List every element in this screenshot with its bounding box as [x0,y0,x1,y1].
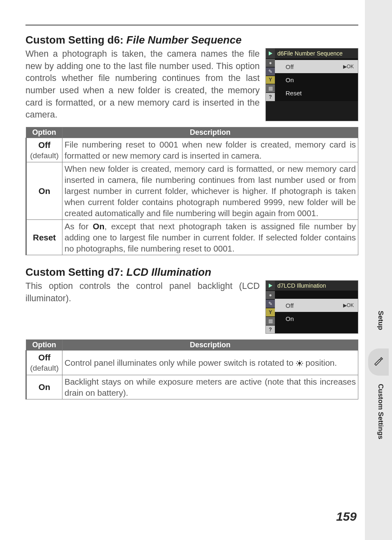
svg-marker-0 [269,51,272,55]
ok-indicator: ▶OK [343,64,354,69]
desc-pre: Control panel illuminates only while pow… [65,358,296,367]
lcd-row-label: On [286,315,294,322]
table-row: Off (default) File numbering reset to 00… [26,138,358,162]
grid-icon: ▦ [266,84,275,92]
lcd-d6-row-off[interactable]: Off ▶OK [275,60,358,73]
grid-icon: ▦ [266,316,275,325]
heading-d6: Custom Setting d6: File Number Sequence [25,34,358,46]
table-row: Off (default) Control panel illuminates … [26,351,358,375]
svg-line-8 [301,365,302,365]
side-tab-custom: Custom Settings [376,384,385,439]
table-row: On Backlight stays on while exposure met… [26,375,358,399]
intro-d6: When a photograph is taken, the camera n… [25,48,260,121]
side-tab-setup: Setup [376,311,385,330]
y-icon: Y [266,76,275,84]
svg-point-2 [298,362,301,365]
svg-line-7 [297,361,298,362]
lcd-d6-row-reset[interactable]: Reset [275,86,358,99]
heading-d7-prefix: Custom Setting d7: [25,266,127,278]
y-icon: Y [266,308,275,316]
svg-line-10 [301,361,302,362]
play-icon [266,281,275,291]
opt-sub: (default) [28,150,60,161]
table-d7: Option Description Off (default) Control… [25,339,358,399]
lamp-icon [296,358,303,363]
heading-d7-italic: LCD Illumination [127,266,212,278]
heading-d7: Custom Setting d7: LCD Illumination [25,266,358,279]
th-description: Description [62,127,358,138]
opt-name: On [28,185,60,196]
desc-post: position. [303,358,337,367]
help-icon: ? [266,325,275,334]
lcd-d7-title: d7LCD Illumination [275,282,358,289]
lcd-d7: d7LCD Illumination ● ✎ Y ▦ ? Off ▶OK [265,280,358,334]
help-icon: ? [266,92,275,101]
opt-name: Reset [28,232,60,243]
opt-sub: (default) [28,363,60,373]
pencil-tab-icon [368,348,389,376]
lcd-row-label: On [286,76,294,83]
th-option: Option [26,340,62,351]
rule-top [25,25,358,25]
svg-marker-1 [269,284,272,288]
desc-bold: On [93,222,104,231]
intro-d7: This option controls the control panel b… [25,280,260,334]
lcd-d6-side: ● ✎ Y ▦ ? [266,58,275,101]
lcd-d6-row-on[interactable]: On [275,73,358,86]
opt-desc: Backlight stays on while exposure meters… [62,375,358,399]
th-description: Description [62,340,358,351]
opt-desc: As for On, except that next photograph t… [62,220,358,255]
page-number: 159 [336,510,357,524]
opt-desc: Control panel illuminates only while pow… [62,351,358,375]
lcd-d7-side: ● ✎ Y ▦ ? [266,291,275,333]
opt-desc: File numbering reset to 0001 when new fo… [62,138,358,162]
ok-indicator: ▶OK [343,302,354,308]
lcd-d6-title: d6File Number Sequence [275,50,358,57]
play-icon [266,48,275,58]
table-d6: Option Description Off (default) File nu… [25,127,358,256]
lcd-d7-row-off[interactable]: Off ▶OK [275,299,358,312]
opt-name: Off [28,352,60,363]
pencil-icon: ✎ [266,67,275,76]
opt-desc: When new folder is created, memory card … [62,162,358,220]
th-option: Option [26,127,62,138]
heading-d6-italic: File Number Sequence [127,34,242,46]
lcd-row-label: Off [286,302,294,309]
lcd-row-label: Off [286,63,294,70]
table-row: On When new folder is created, memory ca… [26,162,358,220]
side-band [365,0,392,540]
heading-d6-prefix: Custom Setting d6: [25,34,127,46]
lcd-d6: d6File Number Sequence ● ✎ Y ▦ ? Off ▶OK [265,48,358,121]
desc-pre: As for [65,222,93,231]
desc-post: , except that next photograph taken is a… [65,222,356,253]
dot-icon: ● [266,291,275,299]
pencil-icon: ✎ [266,299,275,308]
dot-icon: ● [266,58,275,67]
opt-name: On [28,381,60,392]
table-row: Reset As for On, except that next photog… [26,220,358,255]
svg-line-9 [297,365,298,365]
opt-name: Off [28,139,60,150]
lcd-d7-row-on[interactable]: On [275,312,358,325]
lcd-row-label: Reset [286,90,302,97]
